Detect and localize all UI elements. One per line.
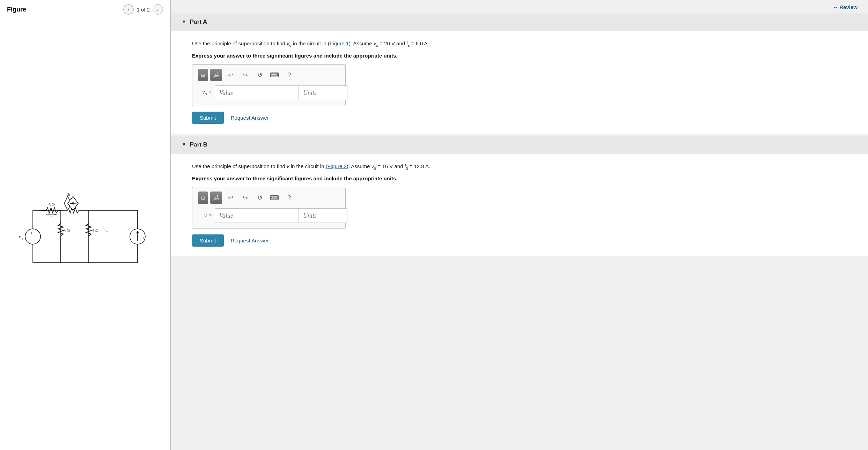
- part-a-problem-text: Use the principle of superposition to fi…: [192, 39, 847, 48]
- unit-icon-b: μÅ: [213, 195, 219, 201]
- undo-icon-b: ↩: [228, 194, 233, 202]
- part-a-help-button[interactable]: ?: [283, 69, 295, 81]
- part-b-section: ▼ Part B Use the principle of superposit…: [171, 136, 868, 256]
- part-b-help-button[interactable]: ?: [283, 192, 295, 204]
- part-a-unit-button[interactable]: μÅ: [210, 69, 222, 81]
- refresh-icon-b: ↺: [257, 194, 263, 202]
- part-a-request-answer-button[interactable]: Request Answer: [231, 115, 269, 121]
- figure-title: Figure: [7, 6, 26, 13]
- next-figure-button[interactable]: ›: [153, 4, 163, 15]
- refresh-icon: ↺: [257, 71, 263, 79]
- part-b-emphasis: Express your answer to three significant…: [192, 175, 847, 181]
- part-b-value-input[interactable]: [215, 208, 299, 223]
- circuit-diagram: + − v s 6 Ω i 1 2 Ω: [0, 19, 170, 450]
- part-b-unit-button[interactable]: μÅ: [210, 192, 222, 204]
- svg-text:8 Ω: 8 Ω: [64, 228, 70, 233]
- part-b-toolbar: ⊞ μÅ ↩ ↪ ↺ ⌨: [198, 192, 340, 204]
- part-a-submit-button[interactable]: Submit: [192, 112, 224, 124]
- part-b-eq-label: v =: [198, 212, 212, 219]
- part-a-collapse-icon: ▼: [182, 19, 186, 25]
- svg-text:+: +: [84, 220, 86, 225]
- part-b-redo-button[interactable]: ↪: [239, 192, 251, 204]
- svg-text:−: −: [84, 233, 87, 239]
- help-icon: ?: [287, 72, 291, 79]
- svg-text:+: +: [30, 231, 33, 235]
- part-b-header[interactable]: ▼ Part B: [171, 136, 868, 154]
- part-b-input-row: v =: [198, 208, 340, 223]
- part-a-undo-button[interactable]: ↩: [224, 69, 237, 81]
- part-a-toolbar: ⊞ μÅ ↩ ↪ ↺ ⌨: [198, 69, 340, 81]
- review-label: Review: [839, 4, 858, 10]
- part-b-content: Use the principle of superposition to fi…: [171, 154, 868, 256]
- part-b-undo-button[interactable]: ↩: [224, 192, 237, 204]
- help-icon-b: ?: [287, 194, 291, 202]
- part-a-emphasis: Express your answer to three significant…: [192, 53, 847, 59]
- svg-text:4 Ω: 4 Ω: [92, 228, 98, 233]
- svg-text:1: 1: [72, 193, 74, 196]
- part-b-request-answer-button[interactable]: Request Answer: [231, 238, 269, 243]
- part-a-action-row: Submit Request Answer: [192, 112, 847, 124]
- matrix-icon-b: ⊞: [201, 195, 205, 201]
- part-b-submit-button[interactable]: Submit: [192, 234, 224, 247]
- part-a-eq-label: vo =: [198, 89, 212, 97]
- part-a-content: Use the principle of superposition to fi…: [171, 31, 868, 134]
- review-icon: ▪▪: [834, 5, 837, 10]
- part-a-redo-button[interactable]: ↪: [239, 69, 251, 81]
- part-b-problem-text: Use the principle of superposition to fi…: [192, 162, 847, 171]
- redo-icon: ↪: [243, 71, 248, 79]
- review-button[interactable]: ▪▪ Review: [834, 4, 858, 10]
- redo-icon-b: ↪: [243, 194, 248, 202]
- svg-text:o: o: [106, 229, 108, 233]
- svg-text:i: i: [47, 212, 49, 217]
- keyboard-icon-b: ⌨: [270, 194, 279, 202]
- matrix-icon: ⊞: [201, 73, 205, 78]
- part-b-answer-box: ⊞ μÅ ↩ ↪ ↺ ⌨: [192, 187, 346, 229]
- circuit-svg: + − v s 6 Ω i 1 2 Ω: [15, 193, 155, 277]
- part-b-keyboard-button[interactable]: ⌨: [268, 192, 281, 204]
- part-a-matrix-button[interactable]: ⊞: [198, 69, 208, 81]
- svg-text:v: v: [19, 234, 21, 239]
- part-b-refresh-button[interactable]: ↺: [253, 192, 266, 204]
- problems-panel: ▪▪ Review ▼ Part A Use the principle of …: [171, 0, 868, 450]
- svg-text:3i: 3i: [67, 193, 71, 197]
- part-a-title: Part A: [190, 18, 207, 25]
- svg-text:v: v: [103, 226, 105, 232]
- part-a-value-input[interactable]: [215, 85, 299, 100]
- svg-text:i: i: [140, 233, 142, 239]
- part-a-keyboard-button[interactable]: ⌨: [268, 69, 281, 81]
- svg-text:6 Ω: 6 Ω: [49, 202, 55, 207]
- svg-text:s: s: [22, 237, 23, 240]
- part-a-refresh-button[interactable]: ↺: [253, 69, 266, 81]
- part-a-units-input[interactable]: [299, 85, 347, 100]
- figure1-link[interactable]: Figure 1: [330, 40, 349, 46]
- undo-icon: ↩: [228, 71, 233, 79]
- part-a-answer-box: ⊞ μÅ ↩ ↪ ↺ ⌨: [192, 64, 346, 106]
- svg-text:s: s: [143, 236, 145, 239]
- unit-icon: μÅ: [213, 73, 219, 78]
- figure-page-indicator: 1 of 2: [137, 7, 150, 13]
- part-b-title: Part B: [190, 141, 207, 148]
- figure2-link[interactable]: Figure 2: [328, 163, 347, 169]
- top-bar: ▪▪ Review: [171, 0, 868, 13]
- keyboard-icon: ⌨: [270, 71, 279, 79]
- svg-text:−: −: [31, 236, 33, 240]
- part-b-matrix-button[interactable]: ⊞: [198, 192, 208, 204]
- part-b-collapse-icon: ▼: [182, 142, 186, 148]
- part-a-header[interactable]: ▼ Part A: [171, 13, 868, 31]
- figure-panel: Figure ‹ 1 of 2 › + − v s: [0, 0, 171, 450]
- part-b-units-input[interactable]: [299, 208, 347, 223]
- figure-navigation: ‹ 1 of 2 ›: [123, 4, 163, 15]
- figure-header: Figure ‹ 1 of 2 ›: [0, 0, 170, 19]
- part-b-action-row: Submit Request Answer: [192, 234, 847, 247]
- prev-figure-button[interactable]: ‹: [123, 4, 134, 15]
- part-a-section: ▼ Part A Use the principle of superposit…: [171, 13, 868, 134]
- part-a-input-row: vo =: [198, 85, 340, 100]
